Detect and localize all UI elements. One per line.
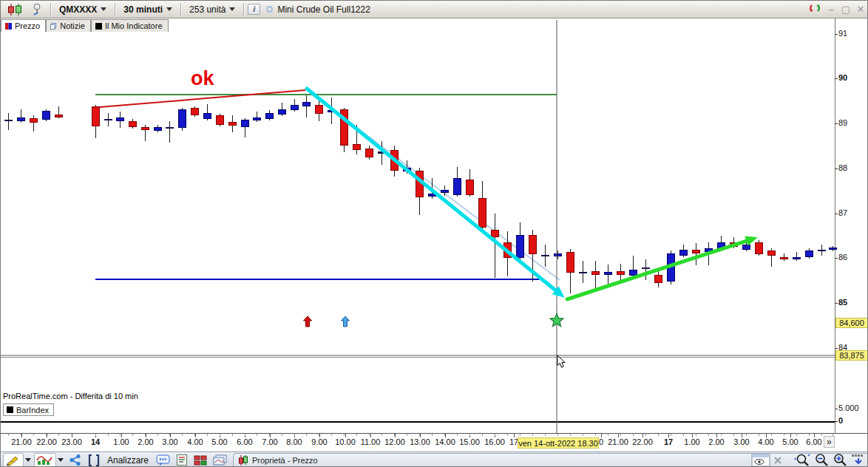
chart-canvas[interactable]: [1, 18, 835, 433]
close-button[interactable]: ✕: [855, 4, 866, 15]
images-icon[interactable]: [211, 453, 229, 467]
time-minor-tick: [721, 434, 722, 436]
time-minor-tick: [532, 434, 533, 436]
zoom-fit-icon[interactable]: [794, 453, 811, 467]
candle: [403, 168, 411, 171]
candle: [503, 242, 512, 258]
candle: [829, 248, 837, 250]
candle: [4, 120, 13, 121]
time-minor-tick: [671, 434, 671, 436]
indicator-tick-label: 5.000: [838, 403, 859, 412]
candle: [191, 108, 199, 115]
time-minor-tick: [557, 434, 558, 436]
chevron-down-icon: [166, 7, 172, 11]
candle: [667, 253, 675, 282]
chart-title-bar: QMXXXX 30 minuti 253 unità i Mini Crude …: [1, 1, 868, 18]
blocks-icon[interactable]: [191, 453, 209, 467]
candle: [818, 250, 826, 251]
candle: [315, 105, 323, 114]
annotation-ok[interactable]: ok: [191, 67, 214, 90]
candle-wick: [696, 243, 696, 265]
candle: [579, 272, 587, 273]
share-icon[interactable]: [67, 453, 84, 467]
candle-wick: [169, 121, 170, 143]
candle: [166, 127, 174, 129]
symbol-dropdown[interactable]: QMXXXX: [55, 2, 111, 17]
time-minor-tick: [746, 434, 747, 436]
time-tick-label: 5.00: [782, 437, 798, 446]
time-tick-label: 2.00: [708, 437, 724, 446]
close-x-icon[interactable]: [773, 456, 782, 465]
time-tick-label: 8.00: [286, 437, 302, 446]
tab-prezzo[interactable]: Prezzo: [1, 19, 46, 32]
date-highlight-label: ven 14-ott-2022 18.30: [518, 437, 599, 449]
time-minor-tick: [369, 434, 370, 436]
time-minor-tick: [58, 434, 59, 436]
candle: [793, 257, 801, 259]
sync-icon[interactable]: [808, 2, 821, 17]
candle: [378, 151, 386, 154]
time-axis-more-button[interactable]: »: [824, 436, 835, 448]
price-axis[interactable]: [835, 18, 868, 451]
draw-tool-icon[interactable]: [3, 453, 24, 467]
time-minor-tick: [432, 434, 433, 436]
price-tick-mark: [835, 214, 838, 214]
chevron-down-icon[interactable]: [25, 458, 31, 462]
candle: [278, 109, 286, 115]
time-tick-label: 14.00: [435, 437, 455, 446]
eye-window-icon[interactable]: [751, 454, 770, 467]
price-tick-mark: [835, 168, 838, 169]
chart-style-icon[interactable]: [34, 453, 56, 467]
candle: [340, 109, 348, 146]
chevron-down-icon[interactable]: [58, 458, 64, 462]
time-tick-label: 4.00: [758, 437, 773, 446]
minimize-button[interactable]: –: [826, 4, 836, 15]
time-minor-tick: [356, 434, 357, 436]
units-dropdown[interactable]: 253 unità: [185, 2, 240, 17]
chat-icon[interactable]: [154, 453, 172, 467]
info-icon[interactable]: i: [248, 4, 260, 15]
time-minor-tick: [157, 434, 158, 436]
tab-notizie[interactable]: Notizie: [46, 19, 91, 32]
price-tick-label: 91: [838, 29, 847, 38]
barindex-label: BarIndex: [16, 406, 49, 415]
last-price-label: 84,600: [835, 318, 868, 328]
news-doc-icon[interactable]: [174, 453, 190, 467]
candle: [755, 242, 763, 254]
separator: [243, 3, 244, 16]
time-minor-tick: [595, 434, 596, 436]
candle: [441, 190, 449, 193]
time-tick-label: 6.00: [806, 437, 821, 446]
time-minor-tick: [282, 434, 282, 436]
candle: [42, 111, 50, 120]
time-tick-label: 2.00: [138, 437, 153, 446]
candle: [529, 235, 537, 254]
prorealtime-window: QMXXXX 30 minuti 253 unità i Mini Crude …: [0, 0, 868, 467]
time-minor-tick: [419, 434, 420, 436]
candlestick-chart-icon[interactable]: [4, 2, 27, 17]
timeframe-dropdown[interactable]: 30 minuti: [119, 2, 177, 17]
candle: [466, 180, 474, 195]
candle: [591, 271, 600, 275]
zoom-in-icon[interactable]: [833, 453, 848, 467]
candle: [328, 110, 336, 112]
instrument-label: Mini Crude Oil Full1222: [277, 4, 370, 15]
candle: [141, 127, 149, 130]
columns-down-icon[interactable]: [851, 453, 866, 467]
candle: [302, 102, 311, 106]
tab-barindex[interactable]: BarIndex: [3, 403, 54, 416]
brackets-icon[interactable]: [86, 453, 102, 467]
time-minor-tick: [344, 434, 345, 436]
pin-icon[interactable]: [27, 2, 47, 17]
candle-wick: [645, 259, 646, 280]
tab-il-mio-indicatore[interactable]: Il Mio Indicatore: [91, 19, 169, 32]
panel-separator[interactable]: [1, 357, 835, 358]
time-tick-label: 3.00: [162, 437, 177, 446]
time-minor-tick: [232, 434, 233, 436]
analyze-label[interactable]: Analizzare: [107, 455, 149, 466]
separator: [180, 3, 181, 16]
candle: [491, 230, 499, 237]
time-tick-label: 1.00: [113, 437, 129, 446]
zoom-out-icon[interactable]: [814, 453, 830, 467]
maximize-button[interactable]: ▢: [841, 4, 851, 15]
